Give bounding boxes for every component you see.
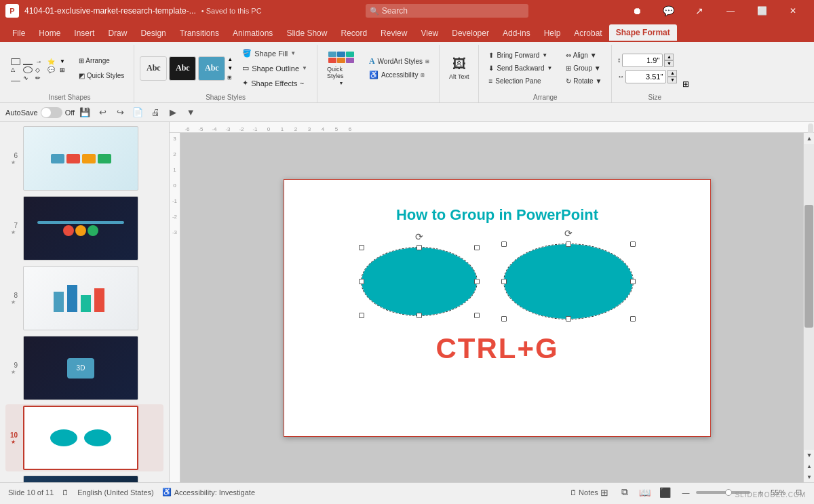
reading-view-btn[interactable]: 📖 bbox=[638, 485, 653, 500]
tab-file[interactable]: File bbox=[5, 24, 32, 42]
slide-thumb-8[interactable] bbox=[23, 266, 138, 330]
selection-pane-btn[interactable]: ≡ Selection Pane bbox=[484, 75, 556, 88]
bring-forward-btn[interactable]: ⬆ Bring Forward ▼ bbox=[484, 50, 556, 62]
rotate-btn[interactable]: ↻ Rotate ▼ bbox=[562, 75, 606, 88]
tab-transitions[interactable]: Transitions bbox=[173, 24, 226, 42]
shapes-dropdown[interactable]: ▼ bbox=[60, 58, 69, 65]
shape-curve[interactable]: ∿ bbox=[23, 75, 33, 81]
handle-mr-2[interactable] bbox=[630, 279, 636, 284]
handle-bm-2[interactable] bbox=[566, 316, 571, 322]
present-btn[interactable]: ▶ bbox=[166, 105, 180, 120]
accessibility-status[interactable]: ♿ Accessibility: Investigate bbox=[162, 488, 255, 497]
width-down[interactable]: ▼ bbox=[667, 77, 677, 83]
shape-line2[interactable] bbox=[11, 75, 20, 81]
scroll-thumb[interactable] bbox=[805, 205, 813, 327]
scroll-down2-btn[interactable]: ▼ bbox=[804, 471, 814, 482]
shape-2-container[interactable]: ⟳ bbox=[504, 244, 633, 319]
shape-circle[interactable] bbox=[23, 66, 33, 73]
shape-ellipse-2[interactable] bbox=[504, 244, 633, 319]
tab-slideshow[interactable]: Slide Show bbox=[279, 24, 334, 42]
customize-qa[interactable]: ▼ bbox=[183, 105, 198, 120]
handle-bl-1[interactable] bbox=[359, 313, 364, 318]
height-input[interactable] bbox=[622, 54, 663, 67]
rotate-handle-1[interactable]: ⟳ bbox=[415, 231, 423, 242]
shape-ellipse-1[interactable] bbox=[362, 248, 477, 315]
slide-thumb-10[interactable] bbox=[23, 406, 138, 470]
save-btn[interactable]: 💾 bbox=[77, 105, 92, 120]
search-wrap[interactable]: 🔍 Search bbox=[366, 4, 528, 18]
present-from-start[interactable]: ⬛ bbox=[658, 485, 673, 500]
zoom-knob[interactable] bbox=[725, 489, 732, 496]
alt-text-btn[interactable]: 🖼 Alt Text bbox=[445, 50, 473, 88]
send-backward-btn[interactable]: ⬇ Send Backward ▼ bbox=[484, 62, 556, 75]
handle-tl-1[interactable] bbox=[359, 245, 364, 250]
print-btn[interactable]: 🖨 bbox=[148, 105, 163, 120]
shape-fill-btn[interactable]: 🪣 Shape Fill ▼ bbox=[238, 47, 311, 60]
autosave-switch[interactable] bbox=[41, 107, 62, 118]
minimize-btn[interactable]: — bbox=[715, 0, 746, 22]
shape-diamond[interactable]: ◇ bbox=[35, 66, 45, 73]
slide-sorter-btn[interactable]: ⧉ bbox=[617, 485, 632, 500]
slide-item-6[interactable]: 6 ★ bbox=[5, 125, 163, 192]
handle-bl-2[interactable] bbox=[501, 316, 507, 322]
shape-rect[interactable] bbox=[11, 58, 20, 65]
tab-home[interactable]: Home bbox=[32, 24, 67, 42]
shape-callout[interactable]: 💬 bbox=[47, 66, 57, 73]
shape-star[interactable]: ⭐ bbox=[47, 58, 57, 65]
shape-more[interactable]: ⊞ bbox=[60, 66, 71, 73]
shape-1-container[interactable]: ⟳ bbox=[362, 248, 477, 315]
slide-item-11[interactable]: 11 ★ bbox=[5, 474, 163, 482]
handle-ml-2[interactable] bbox=[501, 279, 507, 284]
handle-tm-2[interactable] bbox=[566, 241, 571, 247]
handle-tr-1[interactable] bbox=[474, 245, 480, 250]
tab-review[interactable]: Review bbox=[374, 24, 414, 42]
shape-arrow[interactable]: → bbox=[35, 58, 45, 65]
rotate-handle-2[interactable]: ⟳ bbox=[564, 228, 573, 239]
slide-item-7[interactable]: 7 ★ bbox=[5, 195, 163, 262]
scroll-track[interactable] bbox=[804, 144, 814, 450]
shape-style-3[interactable]: Abc bbox=[198, 56, 225, 81]
tab-record[interactable]: Record bbox=[334, 24, 374, 42]
styles-scroll-up[interactable]: ▲ bbox=[227, 56, 233, 62]
slide-item-8[interactable]: 8 ★ bbox=[5, 265, 163, 332]
handle-tr-2[interactable] bbox=[630, 241, 636, 247]
shape-line[interactable] bbox=[23, 58, 33, 65]
tab-view[interactable]: View bbox=[414, 24, 445, 42]
normal-view-btn[interactable]: ⊞ bbox=[597, 485, 612, 500]
handle-br-1[interactable] bbox=[474, 313, 480, 318]
shape-freeform[interactable]: ✏ bbox=[35, 75, 45, 81]
slide-thumb-9[interactable]: 3D bbox=[23, 336, 138, 400]
notes-btn[interactable]: 🗒 Notes bbox=[577, 485, 592, 500]
redo-btn[interactable]: ↪ bbox=[113, 105, 128, 120]
shape-style-1[interactable]: Abc bbox=[140, 56, 167, 81]
tab-developer[interactable]: Developer bbox=[445, 24, 496, 42]
slide-thumb-11[interactable] bbox=[23, 476, 138, 482]
canvas-area[interactable]: How to Group in PowerPoint ⟳ bbox=[180, 133, 814, 482]
handle-mr-1[interactable] bbox=[474, 279, 480, 284]
handle-tl-2[interactable] bbox=[501, 241, 507, 247]
share-btn[interactable]: ↗ bbox=[684, 0, 715, 22]
vertical-scrollbar[interactable]: ▲ ▼ ▲ ▼ bbox=[803, 133, 814, 482]
tab-shape-format[interactable]: Shape Format bbox=[609, 24, 677, 42]
shape-effects-btn[interactable]: ✦ Shape Effects ~ bbox=[238, 77, 311, 90]
search-bar[interactable]: Search bbox=[366, 4, 528, 18]
align-btn[interactable]: ⇔ Align ▼ bbox=[562, 50, 606, 62]
height-up[interactable]: ▲ bbox=[664, 54, 674, 60]
height-down[interactable]: ▼ bbox=[664, 60, 674, 67]
comments-btn-title[interactable]: 💬 bbox=[653, 0, 684, 22]
tab-animations[interactable]: Animations bbox=[226, 24, 279, 42]
scroll-down-btn[interactable]: ▼ bbox=[804, 450, 814, 461]
width-up[interactable]: ▲ bbox=[667, 70, 677, 77]
quick-styles-big-btn[interactable]: Quick Styles ▼ bbox=[323, 50, 360, 88]
tab-draw[interactable]: Draw bbox=[101, 24, 134, 42]
shape-tri[interactable]: △ bbox=[11, 66, 20, 73]
close-btn[interactable]: ✕ bbox=[777, 0, 809, 22]
quick-styles-btn-small[interactable]: ◩ Quick Styles bbox=[75, 69, 128, 83]
handle-bm-1[interactable] bbox=[416, 313, 422, 318]
styles-scroll-down[interactable]: ▼ bbox=[227, 65, 233, 71]
slide-thumb-6[interactable] bbox=[23, 126, 138, 191]
maximize-btn[interactable]: ⬜ bbox=[746, 0, 777, 22]
scroll-up-btn[interactable]: ▲ bbox=[804, 133, 814, 144]
handle-br-2[interactable] bbox=[630, 316, 636, 322]
tab-acrobat[interactable]: Acrobat bbox=[567, 24, 608, 42]
